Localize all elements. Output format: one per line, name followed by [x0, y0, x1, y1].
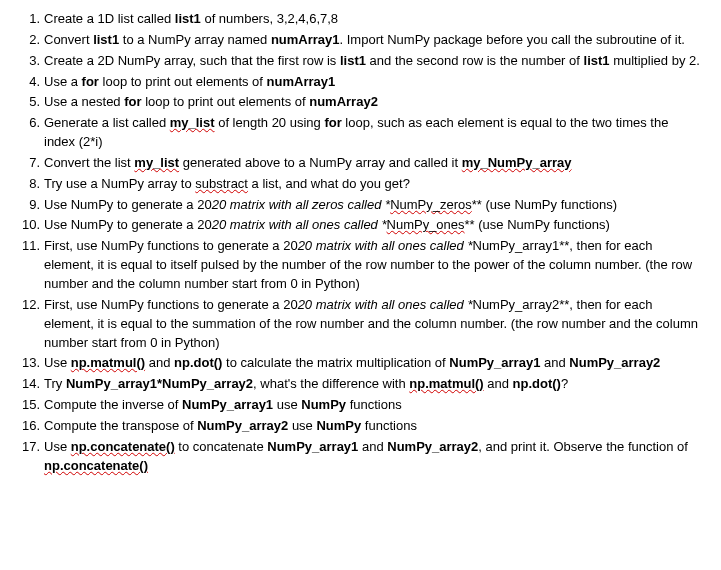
text: multiplied by 2.: [610, 53, 700, 68]
list-item: Use np.matmul() and np.dot() to calculat…: [18, 354, 703, 373]
bold-text: list1: [93, 32, 119, 47]
misspell-text: np.matmul(): [71, 355, 145, 370]
misspell-text: my_list: [170, 115, 215, 130]
text: and: [145, 355, 174, 370]
italic-text: 20 matrix with all ones called *: [298, 238, 473, 253]
list-item: Use a nested for loop to print out eleme…: [18, 93, 703, 112]
misspell-text: NumPy_ones: [387, 217, 465, 232]
list-item: Use np.concatenate() to concatenate NumP…: [18, 438, 703, 476]
text: Convert: [44, 32, 93, 47]
text: Generate a list called: [44, 115, 170, 130]
text: to calculate the matrix multiplication o…: [222, 355, 449, 370]
list-item: Compute the transpose of NumPy_array2 us…: [18, 417, 703, 436]
numbered-list: Create a 1D list called list1 of numbers…: [18, 10, 703, 475]
text: loop to print out elements of: [99, 74, 267, 89]
list-item: Use NumPy to generate a 2020 matrix with…: [18, 216, 703, 235]
bold-text: np.dot(): [174, 355, 222, 370]
text: ** (use NumPy functions): [465, 217, 610, 232]
text: of numbers, 3,2,4,6,7,8: [201, 11, 338, 26]
text: Use: [44, 355, 71, 370]
bold-text: NumPy: [316, 418, 361, 433]
bold-text: np.dot(): [513, 376, 561, 391]
list-item: Generate a list called my_list of length…: [18, 114, 703, 152]
misspell-text: my_list: [134, 155, 179, 170]
text: , and print it. Observe the function of: [478, 439, 688, 454]
text: functions: [346, 397, 402, 412]
list-item: Create a 1D list called list1 of numbers…: [18, 10, 703, 29]
list-item: Use NumPy to generate a 2020 matrix with…: [18, 196, 703, 215]
list-item: First, use NumPy functions to generate a…: [18, 237, 703, 294]
bold-text: list1: [340, 53, 366, 68]
bold-text: NumPy_array2: [387, 439, 478, 454]
text: Use NumPy to generate a 20: [44, 197, 212, 212]
text: First, use NumPy functions to generate a…: [44, 297, 298, 312]
text: , what's the difference with: [253, 376, 409, 391]
text: Create a 1D list called: [44, 11, 175, 26]
bold-text: for: [324, 115, 341, 130]
text: ?: [561, 376, 568, 391]
text: Use: [44, 439, 71, 454]
text: Compute the transpose of: [44, 418, 197, 433]
bold-text: NumPy_array1: [449, 355, 540, 370]
bold-text: NumPy_array1*NumPy_array2: [66, 376, 253, 391]
text: of length 20 using: [215, 115, 325, 130]
misspell-text: my_NumPy_array: [462, 155, 572, 170]
text: First, use NumPy functions to generate a…: [44, 238, 298, 253]
list-item: Compute the inverse of NumPy_array1 use …: [18, 396, 703, 415]
misspell-text: np.matmul(): [409, 376, 483, 391]
text: Try use a NumPy array to: [44, 176, 195, 191]
bold-text: NumPy: [301, 397, 346, 412]
bold-text: NumPy_array2: [197, 418, 288, 433]
bold-text: list1: [584, 53, 610, 68]
misspell-text: substract: [195, 176, 248, 191]
text: generated above to a NumPy array and cal…: [179, 155, 462, 170]
bold-text: numArray1: [271, 32, 340, 47]
text: . Import NumPy package before you call t…: [340, 32, 685, 47]
text: to concatenate: [175, 439, 268, 454]
text: Compute the inverse of: [44, 397, 182, 412]
text: Try: [44, 376, 66, 391]
text: and: [540, 355, 569, 370]
list-item: Create a 2D NumPy array, such that the f…: [18, 52, 703, 71]
text: and: [484, 376, 513, 391]
text: functions: [361, 418, 417, 433]
list-item: Convert list1 to a NumPy array named num…: [18, 31, 703, 50]
bold-text: NumPy_array1: [267, 439, 358, 454]
italic-text: 20 matrix with all zeros called *: [212, 197, 390, 212]
list-item: Convert the list my_list generated above…: [18, 154, 703, 173]
text: a list, and what do you get?: [248, 176, 410, 191]
bold-text: for: [124, 94, 141, 109]
text: Use a nested: [44, 94, 124, 109]
list-item: Use a for loop to print out elements of …: [18, 73, 703, 92]
misspell-text: NumPy_zeros: [390, 197, 472, 212]
bold-text: list1: [175, 11, 201, 26]
italic-text: 20 matrix with all ones called *: [298, 297, 473, 312]
bold-text: numArray2: [309, 94, 378, 109]
text: loop to print out elements of: [142, 94, 310, 109]
italic-text: 20 matrix with all ones called *: [212, 217, 387, 232]
text: Create a 2D NumPy array, such that the f…: [44, 53, 340, 68]
list-item: First, use NumPy functions to generate a…: [18, 296, 703, 353]
text: to a NumPy array named: [119, 32, 271, 47]
text: Use a: [44, 74, 82, 89]
bold-text: numArray1: [267, 74, 336, 89]
bold-text: NumPy_array1: [182, 397, 273, 412]
text: Convert the list: [44, 155, 134, 170]
text: and the second row is the number of: [366, 53, 584, 68]
misspell-text: np.concatenate(): [44, 458, 148, 473]
text: and: [358, 439, 387, 454]
bold-text: for: [82, 74, 99, 89]
text: ** (use NumPy functions): [472, 197, 617, 212]
text: use: [273, 397, 301, 412]
list-item: Try use a NumPy array to substract a lis…: [18, 175, 703, 194]
misspell-text: np.concatenate(): [71, 439, 175, 454]
list-item: Try NumPy_array1*NumPy_array2, what's th…: [18, 375, 703, 394]
text: use: [288, 418, 316, 433]
bold-text: NumPy_array2: [569, 355, 660, 370]
text: Use NumPy to generate a 20: [44, 217, 212, 232]
